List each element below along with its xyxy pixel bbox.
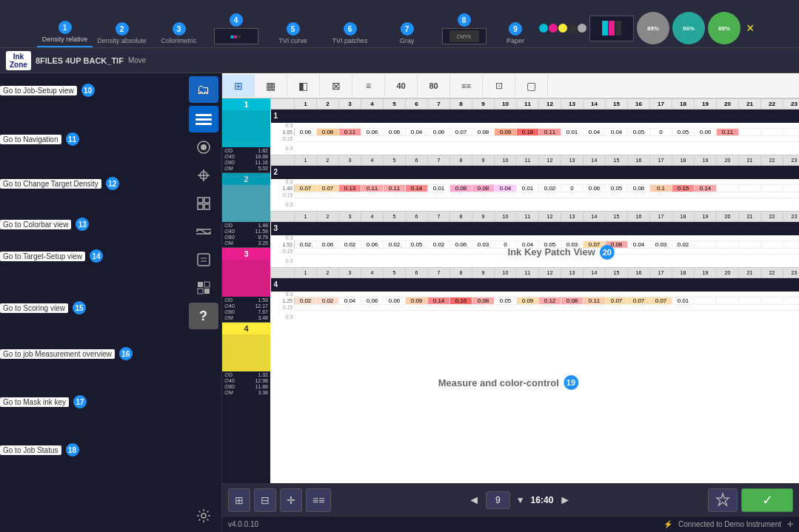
tab-num-4: 4 [230, 13, 243, 27]
anno-num-14: 14 [90, 249, 103, 263]
app-logo: Ink Zone [6, 51, 31, 70]
table-row: 1.85 0.06 0.08 0.11 0.06 0.06 0.04 0.06 … [271, 129, 800, 136]
col-21: 21 [739, 99, 761, 110]
tab-tvi-patches[interactable]: 6 TVI patches [322, 19, 378, 47]
tab-gray[interactable]: 7 Gray [379, 19, 435, 47]
sidebar-item-target-setup[interactable] [189, 190, 218, 217]
anno-navigation: Go to Navigation 11 [0, 132, 79, 146]
view-btn-bar[interactable]: ▦ [255, 75, 287, 97]
section-2-block: 2 ∅D1.48 ∅4011.59 ∅808.79 ∅M3.25 [222, 173, 270, 248]
nav-prev[interactable]: ◄ [468, 494, 480, 507]
sidebar-item-scoring[interactable] [189, 218, 218, 245]
sidebar-item-measurement[interactable] [189, 246, 218, 273]
view-btn-doc[interactable]: ▢ [515, 75, 548, 97]
table-row: 1.48 0.07 0.07 0.13 0.11 0.11 0.14 0.01 … [271, 185, 800, 192]
tab-paper[interactable]: 9 Paper [493, 19, 538, 47]
tab-label-6: TVI patches [332, 37, 367, 44]
view-btn-patch[interactable]: ◧ [287, 75, 320, 97]
sidebar-item-navigation[interactable] [189, 106, 218, 132]
btn-colorbar-edit[interactable]: ✛ [280, 488, 302, 512]
move-label: Move [128, 56, 146, 64]
anno-num-15: 15 [73, 301, 86, 314]
anno-num-11: 11 [66, 132, 79, 146]
view-btn-80[interactable]: 80 [418, 75, 450, 97]
table-row: 1.25 0.02 0.02 0.04 0.06 0.06 0.09 0.14 … [271, 297, 800, 305]
view-toolbar: ⊞ ▦ ◧ ⊠ ≡ 40 80 ≡≡ ⊡ ▢ [222, 73, 799, 98]
anno-colorbar: Go to Colorbar view 13 [0, 218, 89, 231]
svg-rect-11 [204, 204, 210, 209]
tab-num-2: 2 [116, 22, 129, 36]
view-btn-list[interactable]: ≡ [352, 75, 385, 97]
pct-badge-gray: 89% [637, 12, 669, 44]
tab-colorimetric[interactable]: 3 Colorimetric [151, 19, 207, 47]
pct-badge-green: 89% [708, 12, 741, 44]
close-button[interactable]: × [743, 19, 758, 38]
sidebar-item-settings[interactable] [189, 502, 218, 529]
anno-text-10: Go to Job-Setup view [0, 86, 77, 95]
bottom-toolbar: ⊞ ⊟ ✛ ≡≡ ◄ 9 ▼ 16:40 ► [222, 483, 799, 516]
sidebar: 🗂 [185, 73, 222, 532]
section-3-block: 3 ∅D1.53 ∅4012.17 ∅807.67 ∅M3.48 [222, 248, 270, 323]
sidebar-item-change-density[interactable] [189, 134, 218, 161]
btn-job[interactable]: ⊞ [228, 488, 250, 512]
tab-num-7: 7 [401, 22, 414, 36]
btn-measure[interactable] [708, 488, 738, 512]
measure-label: Measure and color-control 19 [438, 375, 578, 390]
sidebar-item-job-setup[interactable]: 🗂 [189, 76, 218, 103]
sidebar-item-job-status[interactable]: ? [189, 303, 218, 329]
tab-density-absolute[interactable]: 2 Density absolute [94, 19, 150, 47]
tab-tvi-curve[interactable]: 5 TVI curve [265, 19, 321, 47]
sidebar-item-colorbar[interactable] [189, 162, 218, 189]
col-9: 9 [472, 99, 495, 110]
tab-num-8: 8 [458, 13, 471, 27]
col-1: 1 [295, 99, 317, 110]
color-bars-panel: 1 ∅D1.82 ∅4018.68 ∅8011.16 ∅M5.02 2 [222, 98, 270, 483]
tab-label-3: Colorimetric [161, 37, 196, 44]
anno-text-15: Go to Scoring view [0, 303, 68, 313]
svg-rect-1 [195, 118, 212, 121]
tab-num-9: 9 [509, 22, 522, 36]
nav-time: 16:40 [531, 495, 554, 505]
anno-scoring: Go to Scoring view 15 [0, 301, 86, 314]
svg-rect-2 [195, 123, 212, 125]
anno-num-17: 17 [73, 395, 87, 408]
tab-density-relative[interactable]: 1 Density relative [37, 18, 93, 47]
col-15: 15 [606, 99, 628, 110]
table-row: 1.53 0.02 0.06 0.02 0.06 0.02 0.05 0.02 … [271, 241, 800, 249]
tab-bestmatch[interactable]: 4 ■■■ [208, 10, 264, 47]
svg-point-4 [201, 144, 207, 150]
nav-arrow-down: ▼ [516, 495, 525, 505]
svg-rect-10 [198, 204, 203, 209]
annotations-panel: Go to Job-Setup view 10 Go to Navigation… [0, 73, 185, 532]
anno-text-18: Go to Job Status [0, 445, 61, 455]
col-13: 13 [561, 99, 584, 110]
view-btn-overview[interactable]: ⊡ [483, 75, 515, 97]
col-header-blank [271, 99, 295, 110]
view-btn-grid[interactable]: ⊞ [222, 75, 255, 97]
btn-zones[interactable]: ≡≡ [306, 488, 331, 512]
anno-text-11: Go to Navigation [0, 135, 61, 144]
nav-next[interactable]: ► [559, 494, 571, 507]
view-btn-40[interactable]: 40 [385, 75, 418, 97]
view-btn-split[interactable]: ⊠ [320, 75, 352, 97]
btn-confirm[interactable]: ✓ [741, 488, 793, 512]
anno-change-density: Go to Change Target Density 12 [0, 177, 119, 190]
tab-label-2: Density absolute [97, 37, 147, 44]
tab-overprint[interactable]: 8 CMYK [436, 10, 492, 47]
col-19: 19 [695, 99, 717, 110]
app-title: 8FILES 4UP BACK_TIF [36, 56, 124, 65]
anno-num-13: 13 [76, 218, 89, 231]
view-btn-sort[interactable]: ≡≡ [450, 75, 483, 97]
col-7: 7 [428, 99, 450, 110]
svg-rect-18 [204, 282, 210, 287]
section-1-block: 1 ∅D1.82 ∅4018.68 ∅8011.16 ∅M5.02 [222, 98, 270, 173]
anno-mask-ink: Go to Mask ink key 17 [0, 395, 87, 408]
color-swatch-cmyk [539, 24, 586, 33]
btn-target[interactable]: ⊟ [254, 488, 276, 512]
version-label: v4.0.0.10 [228, 520, 258, 528]
sidebar-item-mask-ink[interactable] [189, 275, 218, 301]
svg-point-21 [201, 514, 206, 518]
tab-num-5: 5 [287, 22, 300, 36]
pct-badge-teal: 96% [672, 12, 705, 44]
tab-label-1: Density relative [42, 36, 88, 43]
